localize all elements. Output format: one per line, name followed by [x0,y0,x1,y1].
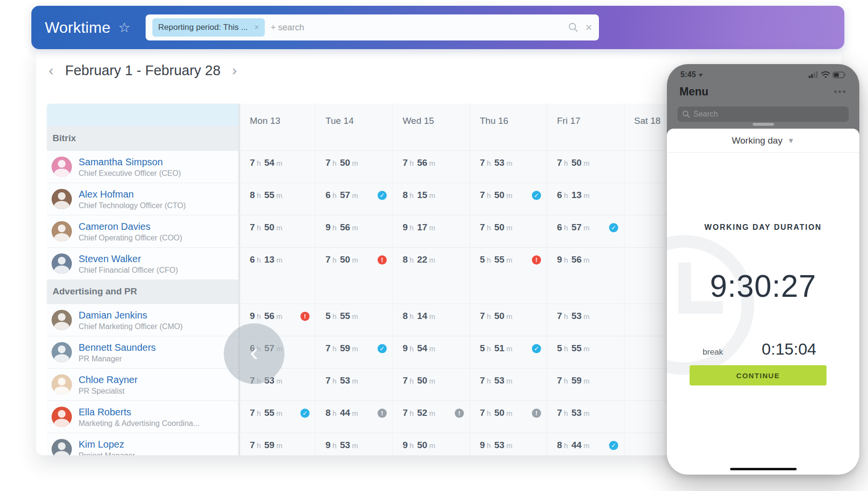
hours-unit: h [564,191,568,199]
wifi-icon [821,71,830,78]
minutes-unit: m [352,409,358,417]
hours-unit: h [257,441,261,450]
hours-unit: h [257,191,261,199]
time-cell: 7h59m [547,368,624,400]
employee-name-link[interactable]: Chloe Rayner [79,374,137,385]
more-options-icon[interactable]: ••• [834,86,847,97]
next-period-icon[interactable]: › [228,63,241,78]
hours-value: 9 [480,440,485,450]
hours-value: 8 [326,408,331,418]
minutes-unit: m [429,224,435,232]
employee-role: Project Manager [79,451,135,456]
sheet-drag-handle[interactable] [753,123,774,126]
group-spacer-cell [470,126,547,150]
violation-alert-icon: ! [300,312,310,321]
worktime-table: Mon 13Tue 14Wed 15Thu 16Fri 17Sat 18 Bit… [47,104,701,455]
hours-value: 7 [326,343,331,353]
time-cell: 8h22m [393,247,470,279]
employee-name-link[interactable]: Bennett Saunders [79,342,156,353]
minutes-value: 50 [417,375,427,385]
minutes-value: 50 [494,311,504,321]
hours-value: 9 [250,311,255,321]
search-placeholder[interactable]: + search [271,23,568,33]
search-bar[interactable]: Reporting period: This ... × + search × [146,14,599,40]
time-cell: 7h52m! [393,400,470,433]
employee-row: Cameron DaviesChief Operating Officer (C… [47,215,701,247]
hours-value: 7 [557,375,562,385]
hours-unit: h [410,345,414,353]
employee-cell: Kim LopezProject Manager [47,433,238,455]
continue-button[interactable]: CONTINUE [690,365,827,385]
employee-name-link[interactable]: Damian Jenkins [79,309,183,321]
phone-search-field[interactable]: Search [678,106,849,122]
hours-unit: h [564,159,568,167]
violation-alert-icon: ! [378,255,387,265]
avatar[interactable] [52,374,72,395]
day-header-1: Mon 13 [238,104,315,126]
minutes-unit: m [506,312,513,320]
minutes-value: 55 [494,254,504,265]
time-cell: 7h50m [470,215,547,247]
avatar[interactable] [52,439,72,455]
hours-value: 8 [403,311,408,321]
hours-value: 9 [403,343,408,353]
hours-unit: h [564,377,568,385]
employee-name-link[interactable]: Steven Walker [79,253,178,265]
time-cell: 6h13m [238,247,315,279]
hours-value: 6 [557,222,562,232]
employee-name-link[interactable]: Alex Hofman [79,188,186,200]
approved-check-icon: ✓ [378,191,387,200]
hours-value: 8 [403,254,408,265]
avatar[interactable] [52,221,72,241]
minutes-value: 15 [417,190,427,200]
hours-value: 7 [326,158,331,168]
employee-name-link[interactable]: Cameron Davies [79,221,182,232]
employee-row: Alex HofmanChief Technology Officer (CTO… [47,183,701,215]
minutes-value: 53 [571,408,582,418]
employee-row: Steven WalkerChief Financial Officer (CF… [47,247,701,279]
group-spacer-cell [238,126,315,150]
minutes-value: 54 [417,343,427,353]
scroll-prev-button[interactable]: ‹ [224,323,285,384]
minutes-unit: m [429,345,435,353]
employee-name-link[interactable]: Ella Roberts [79,406,200,418]
hours-unit: h [410,409,414,417]
minutes-value: 50 [417,440,427,450]
time-cell: 5h55m [547,336,624,368]
minutes-value: 54 [264,158,274,168]
avatar[interactable] [52,189,72,209]
hours-unit: h [564,345,568,353]
search-clear-icon[interactable]: × [585,22,592,33]
hours-value: 7 [557,408,562,418]
break-label: break [703,347,723,357]
filter-chip-remove-icon[interactable]: × [255,23,259,32]
minutes-unit: m [506,159,513,167]
employee-name-link[interactable]: Kim Lopez [79,438,135,450]
avatar[interactable] [52,253,72,274]
hours-value: 7 [403,408,408,418]
status-time: 5:45 [680,70,696,79]
hours-unit: h [487,345,491,353]
day-header-2: Tue 14 [315,104,393,126]
employee-row: Samantha SimpsonChief Executive Officer … [47,150,701,183]
group-spacer-cell [238,279,315,304]
avatar[interactable] [52,407,72,427]
prev-period-icon[interactable]: ‹ [45,63,57,78]
hours-unit: h [564,409,568,417]
search-icon[interactable] [568,22,579,33]
employee-name-link[interactable]: Samantha Simpson [79,156,181,168]
time-cell: 5h55m! [470,247,547,279]
favorite-star-icon[interactable]: ☆ [118,20,130,36]
employee-cell: Chloe RaynerPR Specialist [47,368,238,400]
avatar[interactable] [52,310,72,330]
avatar[interactable] [52,342,72,362]
hours-unit: h [487,312,491,320]
tracker-mode-selector[interactable]: Working day ▼ [667,129,859,153]
filter-chip[interactable]: Reporting period: This ... × [152,18,265,37]
hours-value: 8 [403,190,408,200]
avatar[interactable] [52,157,72,177]
home-indicator [730,468,797,470]
hours-value: 7 [480,158,485,168]
minutes-value: 14 [417,311,427,321]
employee-role: PR Manager [79,355,156,363]
